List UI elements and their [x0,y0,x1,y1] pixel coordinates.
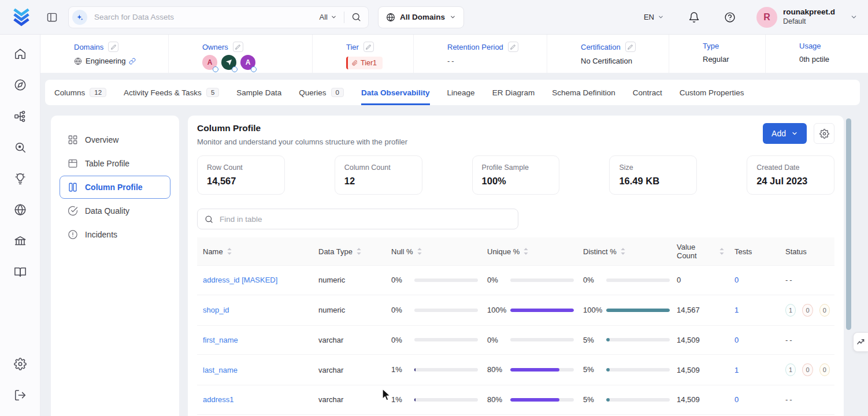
user-menu[interactable]: R rounakpreet.d Default [756,7,858,28]
rail-observability-button[interactable] [13,140,27,154]
value-count-cell: 14,509 [671,355,729,385]
column-name-link[interactable]: address_id [MASKED] [203,276,277,284]
rail-settings-button[interactable] [13,357,27,371]
sparkline-icon [857,339,865,346]
profiler-nav-label: Table Profile [85,159,129,168]
profiler-nav-label: Column Profile [85,183,143,192]
tests-cell: 1 [729,355,780,385]
user-avatar: R [756,7,777,28]
edit-domains-button[interactable] [108,42,118,52]
rail-insights-button[interactable] [13,172,27,185]
tab-contract[interactable]: Contract [633,80,662,105]
edit-owners-button[interactable] [233,42,243,52]
column-name-link[interactable]: first_name [203,336,238,344]
logout-icon [14,389,27,402]
grid-icon [68,135,78,145]
tab-sample-data[interactable]: Sample Data [236,80,281,105]
tests-cell: 0 [729,325,780,355]
column-header-label: Null % [391,247,413,256]
certification-label: Certification [581,43,621,51]
edit-tier-button[interactable] [363,42,374,52]
notifications-bell-icon[interactable] [688,12,700,23]
help-icon[interactable] [724,12,736,23]
tests-link[interactable]: 0 [735,395,739,404]
search-icon[interactable] [351,12,361,22]
global-search-input[interactable] [93,12,320,22]
all-domains-selector[interactable]: All Domains [378,6,464,28]
add-button[interactable]: Add [763,123,807,144]
tests-link[interactable]: 0 [735,276,739,284]
tab-queries[interactable]: Queries0 [299,80,344,105]
tests-link[interactable]: 1 [735,306,739,314]
header-name[interactable]: Name [197,237,313,266]
null-percent: 1% [391,364,414,376]
divider [344,12,344,23]
tab-columns[interactable]: Columns12 [54,80,106,105]
profile-stats: Row Count14,567Column Count12Profile Sam… [197,155,834,195]
vertical-scrollbar[interactable] [846,118,851,330]
rail-govern-button[interactable] [13,234,27,248]
owner-avatar[interactable] [221,55,236,70]
tab-lineage[interactable]: Lineage [447,80,475,105]
stat-card-column-count: Column Count12 [335,155,422,195]
tests-link[interactable]: 1 [735,366,739,374]
table-icon [68,158,78,169]
chevron-down-icon [331,14,337,20]
language-selector[interactable]: EN [644,13,664,21]
rail-home-button[interactable] [13,47,27,61]
tier-tag[interactable]: Tier1 [346,57,383,69]
table-row: last_namevarchar1%80%5%14,5091100 [197,355,834,385]
ai-sparkle-icon[interactable] [72,10,87,25]
profiler-nav-incidents[interactable]: Incidents [60,223,170,246]
global-search-bar: All [68,6,369,28]
domain-value-link[interactable]: Engineering [86,57,125,65]
column-name-link[interactable]: address1 [203,395,233,404]
search-scope-dropdown[interactable]: All [320,13,337,21]
profiler-nav-column-profile[interactable]: Column Profile [60,176,170,199]
find-in-table-input[interactable] [218,214,511,224]
tab-activity-feeds-tasks[interactable]: Activity Feeds & Tasks5 [124,80,219,105]
sidebar-toggle-icon[interactable] [46,12,58,23]
rail-glossary-button[interactable] [13,265,27,279]
header-unique[interactable]: Unique % [481,237,577,266]
header-value-count[interactable]: Value Count [671,237,729,266]
meta-owners: Owners AA [168,35,312,73]
page-title: Column Profile [197,123,407,133]
edit-retention-button[interactable] [508,42,518,52]
tab-data-observability[interactable]: Data Observability [361,80,430,105]
header-null[interactable]: Null % [385,237,481,266]
null-cell: 0% [385,295,481,325]
profiler-nav-overview[interactable]: Overview [60,128,170,151]
panel-header: Column Profile Monitor and understand yo… [197,123,834,146]
column-name-link[interactable]: last_name [203,366,238,374]
unique-bar [510,398,574,402]
tab-schema-definition[interactable]: Schema Definition [552,80,615,105]
tests-link[interactable]: 0 [735,336,739,344]
edit-certification-button[interactable] [625,42,636,52]
rail-domains-button[interactable] [13,203,27,217]
app-logo-icon[interactable] [12,8,31,27]
distinct-cell: 0% [577,266,671,295]
all-domains-label: All Domains [400,13,445,21]
owners-label: Owners [202,43,228,51]
rail-data-assets-button[interactable] [13,109,27,123]
null-bar [414,338,478,341]
rail-explore-button[interactable] [13,78,27,92]
column-name-link[interactable]: shop_id [203,306,229,314]
tab-er-diagram[interactable]: ER Diagram [492,80,535,105]
tab-custom-properties[interactable]: Custom Properties [680,80,744,105]
collapsed-widget-button[interactable] [853,332,868,352]
name-cell: shop_id [197,295,313,325]
user-name: rounakpreet.d [783,8,835,17]
header-data-type[interactable]: Data Type [313,237,385,266]
profiler-settings-button[interactable] [814,123,834,144]
column-profile-panel: Column Profile Monitor and understand yo… [188,116,844,416]
asset-meta-band: Domains Engineering Owners AA Tier [40,35,868,73]
header-distinct[interactable]: Distinct % [577,237,671,266]
profiler-nav-data-quality[interactable]: Data Quality [60,199,170,222]
owner-avatar[interactable]: A [240,55,255,70]
owner-avatar[interactable]: A [202,55,217,70]
rail-logout-button[interactable] [13,388,27,402]
status-cell: -- [780,266,834,295]
profiler-nav-table-profile[interactable]: Table Profile [60,152,170,175]
